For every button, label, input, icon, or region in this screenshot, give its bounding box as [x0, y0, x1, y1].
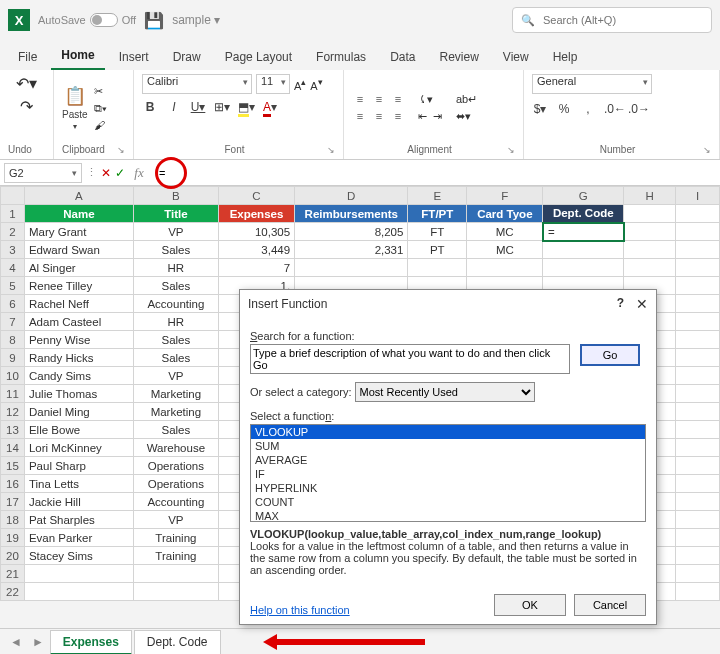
toggle-off-icon[interactable]: [90, 13, 118, 27]
cell[interactable]: Stacey Sims: [24, 547, 133, 565]
menu-tab-draw[interactable]: Draw: [163, 44, 211, 70]
cell[interactable]: Rachel Neff: [24, 295, 133, 313]
percent-format-icon[interactable]: %: [556, 102, 572, 116]
header-cell[interactable]: Expenses: [218, 205, 294, 223]
grow-font-icon[interactable]: A▴: [294, 76, 306, 92]
row-header-15[interactable]: 15: [1, 457, 25, 475]
function-item[interactable]: COUNT: [251, 495, 645, 509]
cell[interactable]: [24, 583, 133, 601]
format-painter-icon[interactable]: 🖌: [94, 119, 107, 131]
autosave-toggle[interactable]: AutoSave Off: [38, 13, 136, 27]
cell[interactable]: [624, 259, 676, 277]
cell[interactable]: Edward Swan: [24, 241, 133, 259]
menu-tab-help[interactable]: Help: [543, 44, 588, 70]
cell[interactable]: 8,205: [295, 223, 408, 241]
row-header-6[interactable]: 6: [1, 295, 25, 313]
menu-tab-review[interactable]: Review: [429, 44, 488, 70]
menu-tab-page-layout[interactable]: Page Layout: [215, 44, 302, 70]
cut-icon[interactable]: ✂: [94, 85, 107, 98]
search-input[interactable]: [541, 13, 703, 27]
cell[interactable]: [676, 331, 720, 349]
cell[interactable]: VP: [133, 223, 218, 241]
cell[interactable]: [543, 259, 624, 277]
cell[interactable]: [676, 529, 720, 547]
wrap-text-icon[interactable]: ab↵: [456, 93, 477, 106]
row-header-7[interactable]: 7: [1, 313, 25, 331]
cell[interactable]: Accounting: [133, 295, 218, 313]
menu-tab-insert[interactable]: Insert: [109, 44, 159, 70]
sheet-nav-next-icon[interactable]: ►: [28, 635, 48, 649]
function-item[interactable]: HYPERLINK: [251, 481, 645, 495]
underline-button[interactable]: U▾: [190, 100, 206, 114]
function-item[interactable]: MAX: [251, 509, 645, 522]
header-cell[interactable]: Title: [133, 205, 218, 223]
row-header-11[interactable]: 11: [1, 385, 25, 403]
cell[interactable]: MC: [467, 223, 543, 241]
cell[interactable]: [676, 457, 720, 475]
cell[interactable]: Paul Sharp: [24, 457, 133, 475]
cell[interactable]: Al Singer: [24, 259, 133, 277]
row-header-8[interactable]: 8: [1, 331, 25, 349]
go-button[interactable]: Go: [580, 344, 640, 366]
save-icon[interactable]: 💾: [144, 11, 164, 30]
menu-tab-home[interactable]: Home: [51, 42, 104, 70]
row-header-10[interactable]: 10: [1, 367, 25, 385]
font-launcher-icon[interactable]: ↘: [327, 145, 335, 155]
header-cell[interactable]: Reimbursements: [295, 205, 408, 223]
sheet-nav-prev-icon[interactable]: ◄: [6, 635, 26, 649]
cell[interactable]: Accounting: [133, 493, 218, 511]
cell[interactable]: Warehouse: [133, 439, 218, 457]
header-cell[interactable]: FT/PT: [408, 205, 467, 223]
cell[interactable]: Tina Letts: [24, 475, 133, 493]
cell[interactable]: [676, 259, 720, 277]
col-header-D[interactable]: D: [295, 187, 408, 205]
align-bottom-icon[interactable]: ≡: [390, 93, 406, 107]
cell[interactable]: [295, 259, 408, 277]
font-name-dropdown[interactable]: Calibri: [142, 74, 252, 94]
cell[interactable]: Operations: [133, 475, 218, 493]
clipboard-launcher-icon[interactable]: ↘: [117, 145, 125, 155]
cell[interactable]: [133, 583, 218, 601]
cell[interactable]: Penny Wise: [24, 331, 133, 349]
redo-icon[interactable]: ↷: [20, 97, 33, 116]
cell[interactable]: PT: [408, 241, 467, 259]
row-header-13[interactable]: 13: [1, 421, 25, 439]
col-header-H[interactable]: H: [624, 187, 676, 205]
cell[interactable]: Sales: [133, 349, 218, 367]
cell[interactable]: [676, 277, 720, 295]
help-link[interactable]: Help on this function: [250, 604, 350, 616]
align-middle-icon[interactable]: ≡: [371, 93, 387, 107]
col-header-E[interactable]: E: [408, 187, 467, 205]
cell[interactable]: [133, 565, 218, 583]
function-item[interactable]: VLOOKUP: [251, 425, 645, 439]
cell[interactable]: Daniel Ming: [24, 403, 133, 421]
cell[interactable]: [676, 385, 720, 403]
cell[interactable]: 10,305: [218, 223, 294, 241]
col-header-C[interactable]: C: [218, 187, 294, 205]
row-header-14[interactable]: 14: [1, 439, 25, 457]
cell[interactable]: HR: [133, 259, 218, 277]
cell[interactable]: Evan Parker: [24, 529, 133, 547]
row-header-2[interactable]: 2: [1, 223, 25, 241]
tell-me-search[interactable]: 🔍: [512, 7, 712, 33]
header-cell[interactable]: Dept. Code: [543, 205, 624, 223]
help-icon[interactable]: ?: [617, 296, 624, 312]
cell[interactable]: [676, 439, 720, 457]
bold-button[interactable]: B: [142, 100, 158, 114]
cell[interactable]: Sales: [133, 241, 218, 259]
paste-button[interactable]: 📋Paste▾: [62, 85, 88, 131]
cell[interactable]: MC: [467, 241, 543, 259]
font-size-dropdown[interactable]: 11: [256, 74, 290, 94]
cell[interactable]: [676, 583, 720, 601]
header-cell[interactable]: Card Tyoe: [467, 205, 543, 223]
select-all-corner[interactable]: [1, 187, 25, 205]
cancel-button[interactable]: Cancel: [574, 594, 646, 616]
cell[interactable]: Pat Sharples: [24, 511, 133, 529]
undo-icon[interactable]: ↶▾: [16, 74, 37, 93]
function-list[interactable]: VLOOKUPSUMAVERAGEIFHYPERLINKCOUNTMAX: [250, 424, 646, 522]
cell[interactable]: [624, 241, 676, 259]
align-left-icon[interactable]: ≡: [352, 110, 368, 124]
cell[interactable]: [676, 493, 720, 511]
accounting-format-icon[interactable]: $▾: [532, 102, 548, 116]
cell[interactable]: [676, 475, 720, 493]
